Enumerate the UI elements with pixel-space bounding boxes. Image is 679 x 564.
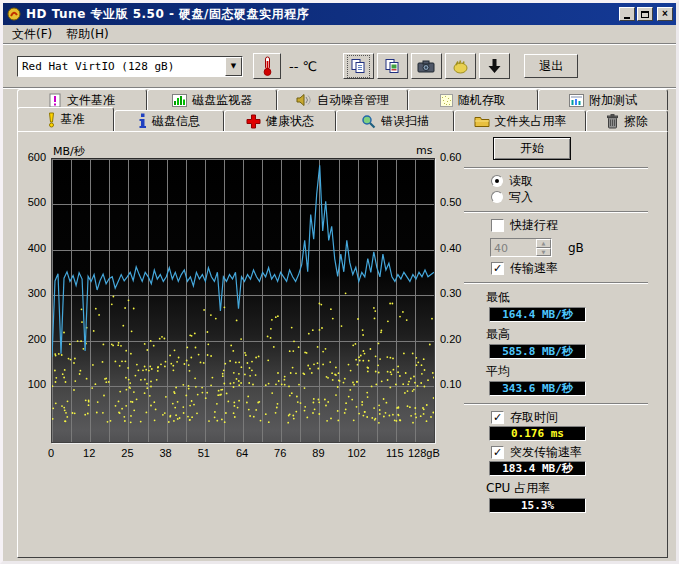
short-stroke-size-row: 40 ▲▼ gB: [490, 238, 648, 257]
tab-auto-acoustic[interactable]: 自动噪音管理: [277, 89, 407, 110]
tab-random-access[interactable]: 随机存取: [408, 89, 538, 110]
benchmark-tab-page: MB/秒 ms 6005004003002001000.600.500.400.…: [17, 131, 668, 558]
access-time-display: 0.176 ms: [489, 426, 586, 441]
axis-tick: 400: [18, 242, 46, 254]
tab-label: 擦除: [624, 113, 648, 130]
maximize-button[interactable]: [637, 7, 653, 21]
axis-tick: 115: [386, 447, 404, 459]
menu-bar: 文件(F) 帮助(H): [3, 25, 676, 43]
axis-tick: 102: [347, 447, 365, 459]
axis-tick: 0.50: [440, 196, 461, 208]
drive-select-value: Red Hat VirtIO (128 gB): [18, 57, 225, 76]
left-axis-title: MB/秒: [53, 144, 85, 159]
read-label: 读取: [509, 173, 533, 190]
write-radio[interactable]: 写入: [491, 190, 648, 204]
tab-disk-monitor[interactable]: 磁盘监视器: [147, 89, 277, 110]
tab-health[interactable]: 健康状态: [224, 110, 336, 131]
axis-tick: 0.20: [440, 333, 461, 345]
write-label: 写入: [509, 189, 533, 206]
short-stroke-size-value: 40: [491, 239, 536, 256]
copy-text-icon: [350, 58, 367, 75]
tab-erase[interactable]: 擦除: [586, 110, 668, 131]
toolbar: Red Hat VirtIO (128 gB) ▼ -- ℃: [3, 43, 676, 87]
download-arrow-icon: [487, 58, 502, 74]
cpu-usage-label: CPU 占用率: [486, 480, 648, 497]
window-title: HD Tune 专业版 5.50 - 硬盘/固态硬盘实用程序: [26, 6, 309, 23]
max-value-display: 585.8 MB/秒: [489, 344, 586, 359]
spinner-buttons[interactable]: ▲▼: [536, 239, 551, 256]
folder-usage-icon: [474, 115, 490, 128]
short-stroke-checkbox[interactable]: 快捷行程: [491, 218, 648, 232]
tab-label: 磁盘监视器: [192, 92, 252, 109]
minimize-icon: [624, 17, 630, 19]
temperature-unit: ℃: [303, 59, 318, 74]
copy-text-button[interactable]: [343, 53, 374, 79]
tab-benchmark[interactable]: 基准: [17, 107, 114, 131]
axis-tick: 128gB: [408, 447, 440, 459]
separator: [464, 211, 648, 213]
hdtune-window: HD Tune 专业版 5.50 - 硬盘/固态硬盘实用程序 × 文件(F) 帮…: [0, 0, 679, 564]
axis-tick: 64: [236, 447, 248, 459]
random-access-icon: [440, 94, 453, 107]
short-stroke-unit: gB: [568, 241, 584, 255]
axis-tick: 51: [198, 447, 210, 459]
transfer-rate-checkbox[interactable]: ✓ 传输速率: [491, 261, 648, 275]
axis-tick: 76: [274, 447, 286, 459]
burst-rate-label: 突发传输速率: [510, 444, 582, 461]
spin-down-icon: ▼: [536, 248, 551, 257]
axis-tick: 25: [121, 447, 133, 459]
close-button[interactable]: ×: [657, 7, 673, 21]
short-stroke-label: 快捷行程: [510, 217, 558, 234]
menu-help[interactable]: 帮助(H): [59, 25, 115, 44]
screenshot-button[interactable]: [411, 53, 442, 79]
donate-button[interactable]: [445, 53, 476, 79]
access-time-checkbox[interactable]: ✓ 存取时间: [491, 410, 648, 424]
tab-control: 文件基准 磁盘监视器 自动噪音管理 随机存取 附加测试 基准: [17, 89, 668, 131]
hand-icon: [452, 58, 469, 74]
tab-folder-usage[interactable]: 文件夹占用率: [454, 110, 586, 131]
short-stroke-size-input[interactable]: 40 ▲▼: [490, 238, 552, 257]
app-icon: [6, 6, 22, 22]
exit-button[interactable]: 退出: [524, 54, 578, 78]
tab-extra-tests[interactable]: 附加测试: [538, 89, 668, 110]
axis-tick: 500: [18, 196, 46, 208]
checkbox-checked-icon: ✓: [491, 446, 504, 459]
benchmark-exclamation-icon: [47, 112, 56, 128]
plot-area: [51, 158, 435, 443]
tab-row-front: 基准 磁盘信息 健康状态 错误扫描 文件夹占用率 擦除: [17, 110, 668, 131]
axis-tick: 100: [18, 378, 46, 390]
checkbox-checked-icon: ✓: [491, 411, 504, 424]
control-panel: 开始 读取 写入 快捷行程 40 ▲▼ gB: [464, 135, 648, 517]
chevron-down-icon[interactable]: ▼: [225, 57, 242, 76]
access-time-label: 存取时间: [510, 409, 558, 426]
minimize-button[interactable]: [619, 7, 635, 21]
health-cross-icon: [246, 114, 261, 129]
tab-row-back: 文件基准 磁盘监视器 自动噪音管理 随机存取 附加测试: [17, 89, 668, 110]
min-value-display: 164.4 MB/秒: [489, 307, 586, 322]
read-radio[interactable]: 读取: [491, 174, 648, 188]
tab-disk-info[interactable]: 磁盘信息: [114, 110, 224, 131]
start-button[interactable]: 开始: [493, 137, 571, 160]
burst-rate-checkbox[interactable]: ✓ 突发传输速率: [491, 445, 648, 459]
tab-error-scan[interactable]: 错误扫描: [336, 110, 454, 131]
close-icon: ×: [662, 9, 668, 19]
tab-label: 文件基准: [67, 92, 115, 109]
temperature-readout: -- ℃: [289, 59, 317, 74]
axis-tick: 0.10: [440, 378, 461, 390]
save-results-button[interactable]: [479, 53, 510, 79]
benchmark-chart: MB/秒 ms 6005004003002001000.600.500.400.…: [18, 132, 464, 477]
tab-label: 附加测试: [589, 92, 637, 109]
axis-tick: 200: [18, 333, 46, 345]
copy-image-button[interactable]: [377, 53, 408, 79]
transfer-rate-label: 传输速率: [510, 260, 558, 277]
axis-tick: 0: [48, 447, 54, 459]
temperature-button[interactable]: [253, 53, 281, 79]
disk-monitor-icon: [172, 94, 187, 107]
tab-label: 自动噪音管理: [317, 92, 389, 109]
axis-tick: 600: [18, 151, 46, 163]
drive-select[interactable]: Red Hat VirtIO (128 gB) ▼: [17, 56, 243, 77]
axis-tick: 0.60: [440, 151, 461, 163]
menu-file[interactable]: 文件(F): [5, 25, 59, 44]
radio-selected-icon: [491, 175, 503, 187]
right-axis-title: ms: [416, 144, 432, 157]
